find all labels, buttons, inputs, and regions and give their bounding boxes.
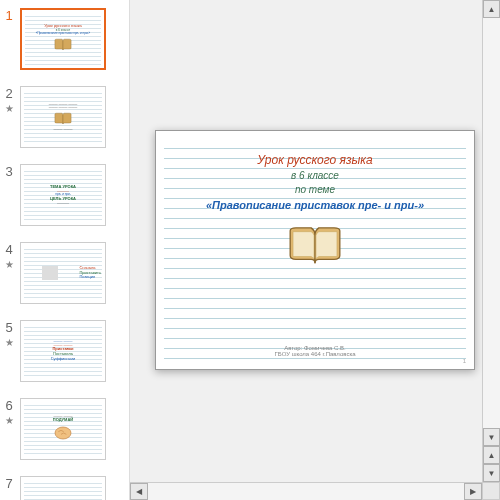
image-placeholder: [42, 266, 58, 280]
book-icon: [54, 38, 72, 52]
thumbnail-preview[interactable]: ——— ——— ——— ——— ——— ——— ——— ——— ———: [20, 476, 106, 500]
thumbnail-number: 5: [5, 320, 12, 335]
thumbnail-preview[interactable]: ТЕМА УРОКА ———— пре- и при- ЦЕЛЬ УРОКА —…: [20, 164, 106, 226]
slide-viewport[interactable]: Урок русского языка в 6 классе по теме «…: [130, 0, 500, 500]
slide-editor-area: Урок русского языка в 6 классе по теме «…: [130, 0, 500, 500]
main-slide[interactable]: Урок русского языка в 6 классе по теме «…: [155, 130, 475, 370]
star-icon: ★: [5, 103, 14, 114]
book-icon: [54, 112, 72, 126]
horizontal-scrollbar[interactable]: ◀ ▶: [130, 482, 482, 500]
slide-title-line-1: Урок русского языка: [176, 153, 454, 167]
prev-slide-button[interactable]: ▲: [483, 446, 500, 464]
next-slide-button[interactable]: ▼: [483, 464, 500, 482]
thumbnail-slide-2[interactable]: 2 ★ ——— ——— ——— ——— ——— ——— ——— ———: [0, 78, 129, 156]
thumbnail-number: 1: [5, 8, 12, 23]
scroll-track[interactable]: [148, 483, 464, 500]
star-icon: ★: [5, 415, 14, 426]
scroll-left-button[interactable]: ◀: [130, 483, 148, 500]
thumbnail-preview[interactable]: ——— ——— ——— ——— Приставки Поставила Суфф…: [20, 320, 106, 382]
brain-icon: [53, 425, 73, 441]
thumbnail-slide-4[interactable]: 4 ★ Сначала Приставить Позиция: [0, 234, 129, 312]
thumbnail-preview[interactable]: Сначала Приставить Позиция: [20, 242, 106, 304]
thumbnail-number: 7: [5, 476, 12, 491]
slide-school: ГБОУ школа 464 г.Павловска: [176, 351, 454, 357]
thumbnail-panel[interactable]: 1 Урок русского языка в 6 классе «Правоп…: [0, 0, 130, 500]
star-icon: ★: [5, 259, 14, 270]
vertical-scrollbar[interactable]: ▲ ▼ ▲ ▼: [482, 0, 500, 482]
thumbnail-slide-1[interactable]: 1 Урок русского языка в 6 классе «Правоп…: [0, 0, 129, 78]
thumbnail-slide-5[interactable]: 5 ★ ——— ——— ——— ——— Приставки Поставила …: [0, 312, 129, 390]
thumbnail-slide-6[interactable]: 6 ★ ——— ——— ПОДУМАЙ: [0, 390, 129, 468]
thumbnail-number: 4: [5, 242, 12, 257]
thumbnail-preview[interactable]: ——— ——— ПОДУМАЙ: [20, 398, 106, 460]
slide-title-line-3: по теме: [176, 184, 454, 195]
thumbnail-number: 6: [5, 398, 12, 413]
thumbnail-number: 2: [5, 86, 12, 101]
thumbnail-slide-7[interactable]: 7 ——— ——— ——— ——— ——— ——— ——— ——— ———: [0, 468, 129, 500]
slide-topic: «Правописание приставок пре- и при-»: [176, 199, 454, 211]
slide-title-line-2: в 6 классе: [176, 170, 454, 181]
book-icon: [286, 225, 344, 267]
thumbnail-slide-3[interactable]: 3 ТЕМА УРОКА ———— пре- и при- ЦЕЛЬ УРОКА…: [0, 156, 129, 234]
scroll-right-button[interactable]: ▶: [464, 483, 482, 500]
thumbnail-number: 3: [5, 164, 12, 179]
scroll-down-button[interactable]: ▼: [483, 428, 500, 446]
scrollbar-corner: [482, 482, 500, 500]
scroll-track[interactable]: [483, 18, 500, 428]
star-icon: ★: [5, 337, 14, 348]
thumbnail-preview[interactable]: Урок русского языка в 6 классе «Правопис…: [20, 8, 106, 70]
scroll-up-button[interactable]: ▲: [483, 0, 500, 18]
thumbnail-preview[interactable]: ——— ——— ——— ——— ——— ——— ——— ———: [20, 86, 106, 148]
